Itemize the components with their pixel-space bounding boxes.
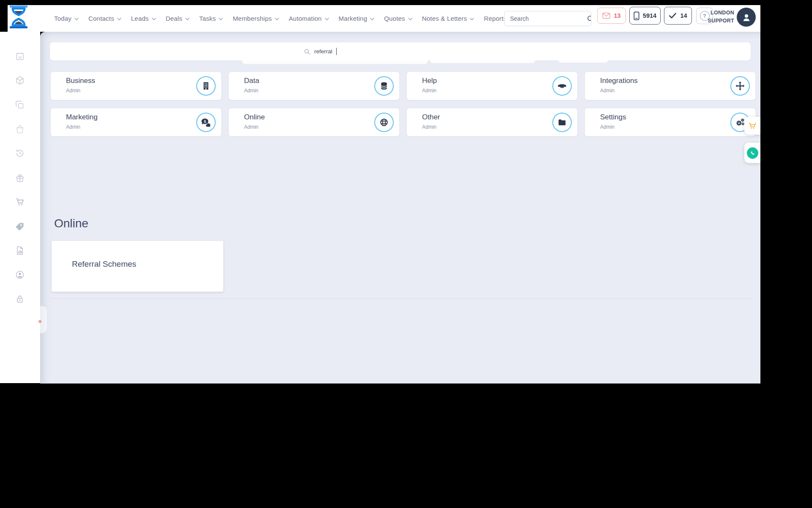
cart-icon[interactable] xyxy=(15,197,25,207)
search-icon xyxy=(587,15,591,23)
chevron-down-icon xyxy=(325,18,329,20)
chevron-down-icon xyxy=(185,18,189,20)
folder-icon xyxy=(552,113,572,132)
phone-extension: 5914 xyxy=(643,12,656,19)
nav-item-quotes[interactable]: Quotes xyxy=(384,15,412,22)
nav-label: Today xyxy=(54,15,71,22)
svg-text:12: 12 xyxy=(18,56,22,59)
card-subtitle: Admin xyxy=(66,124,80,130)
topbar-search xyxy=(504,11,591,26)
card-title: Data xyxy=(244,77,259,85)
price-tag-icon[interactable]: $ xyxy=(15,221,25,231)
card-subtitle: Admin xyxy=(66,88,80,94)
nav-item-tasks[interactable]: Tasks xyxy=(199,15,223,22)
card-title: Help xyxy=(422,77,437,85)
nav-item-leads[interactable]: Leads xyxy=(131,15,156,22)
history-icon[interactable] xyxy=(15,148,25,158)
chevron-down-icon xyxy=(370,18,374,20)
nav-item-memberships[interactable]: Memberships xyxy=(233,15,279,22)
result-item-referral-schemes[interactable]: Referral Schemes xyxy=(52,241,223,292)
nav-item-notes-letters[interactable]: Notes & Letters xyxy=(422,15,474,22)
account-line2: SUPPORT xyxy=(708,17,734,25)
gift-icon[interactable] xyxy=(15,173,25,183)
result-label: Referral Schemes xyxy=(72,260,136,269)
chevron-down-icon xyxy=(470,18,474,20)
chevron-down-icon xyxy=(117,18,121,20)
card-title: Integrations xyxy=(600,77,638,85)
card-title: Other xyxy=(422,113,440,121)
mail-count: 13 xyxy=(614,12,620,19)
card-subtitle: Admin xyxy=(600,88,614,94)
main-content: referral Business Admin Data Admin Help … xyxy=(40,32,760,384)
hourglass-logo-icon xyxy=(9,6,28,29)
tasks-count: 14 xyxy=(680,12,687,19)
category-card-help[interactable]: Help Admin xyxy=(407,72,577,100)
tasks-badge[interactable]: 14 xyxy=(664,7,692,25)
admin-search-bar[interactable]: referral xyxy=(50,42,751,61)
nav-item-marketing[interactable]: Marketing xyxy=(339,15,375,22)
nav-label: Quotes xyxy=(384,15,405,22)
phone-badge[interactable]: 5914 xyxy=(629,7,661,25)
category-card-business[interactable]: Business Admin xyxy=(51,72,221,100)
account-name: LONDON SUPPORT xyxy=(708,9,734,25)
envelope-icon xyxy=(602,12,610,19)
account-line1: LONDON xyxy=(708,9,734,17)
left-sidebar: 12 $ xyxy=(0,32,40,383)
user-avatar[interactable] xyxy=(737,8,756,27)
nav-label: Memberships xyxy=(233,15,272,22)
card-subtitle: Admin xyxy=(422,124,436,130)
report-icon[interactable] xyxy=(15,246,25,256)
globe-icon xyxy=(374,113,394,132)
nav-item-deals[interactable]: Deals xyxy=(166,15,189,22)
top-navbar: Today Contacts Leads Deals Tasks Members… xyxy=(8,5,760,32)
main-menu: Today Contacts Leads Deals Tasks Members… xyxy=(54,5,547,32)
card-title: Business xyxy=(66,77,95,85)
category-card-online[interactable]: Online Admin xyxy=(229,108,399,136)
topbar-search-input[interactable] xyxy=(505,11,587,26)
topbar-search-button[interactable] xyxy=(587,11,591,26)
category-card-settings[interactable]: Settings Admin xyxy=(585,108,755,136)
chevron-down-icon xyxy=(275,18,279,20)
section-divider xyxy=(50,298,751,299)
search-icon xyxy=(304,48,310,55)
nav-label: Automation xyxy=(289,15,322,22)
calendar-icon[interactable]: 12 xyxy=(15,51,25,61)
category-card-marketing[interactable]: Marketing Admin $ xyxy=(51,108,221,136)
category-card-other[interactable]: Other Admin xyxy=(407,108,577,136)
cube-icon[interactable] xyxy=(15,75,25,86)
dropdown-remnant xyxy=(242,60,428,64)
chevron-down-icon xyxy=(152,18,156,20)
user-circle-icon[interactable] xyxy=(15,270,25,280)
category-card-data[interactable]: Data Admin xyxy=(229,72,399,100)
card-title: Marketing xyxy=(66,113,98,121)
card-title: Settings xyxy=(600,113,626,121)
nav-label: Leads xyxy=(131,15,149,22)
card-subtitle: Admin xyxy=(244,124,258,130)
admin-search-input[interactable]: referral xyxy=(314,48,332,55)
shopping-bag-icon[interactable] xyxy=(15,124,25,134)
handshake-icon xyxy=(552,76,572,96)
nav-item-today[interactable]: Today xyxy=(54,15,79,22)
chevron-down-icon xyxy=(219,18,223,20)
orange-cart-icon xyxy=(748,121,757,130)
notification-dot xyxy=(38,320,41,323)
chat-tab[interactable] xyxy=(744,143,760,163)
copy-icon[interactable] xyxy=(15,100,25,110)
collapsed-panel-handle[interactable] xyxy=(37,306,47,333)
app-logo[interactable] xyxy=(9,6,28,28)
comments-dollar-icon: $ xyxy=(196,113,216,132)
card-subtitle: Admin xyxy=(600,124,614,130)
nav-item-contacts[interactable]: Contacts xyxy=(88,15,121,22)
person-icon xyxy=(741,12,752,23)
lock-icon[interactable] xyxy=(15,294,25,304)
nav-label: Marketing xyxy=(339,15,368,22)
svg-text:$: $ xyxy=(204,119,206,124)
dropdown-remnant xyxy=(558,60,608,63)
mail-badge[interactable]: 13 xyxy=(597,8,626,24)
card-subtitle: Admin xyxy=(422,88,436,94)
database-icon xyxy=(374,76,394,96)
basket-tab[interactable] xyxy=(744,117,760,135)
phone-chat-icon xyxy=(747,147,758,159)
category-card-integrations[interactable]: Integrations Admin xyxy=(585,72,755,100)
nav-item-automation[interactable]: Automation xyxy=(289,15,329,22)
